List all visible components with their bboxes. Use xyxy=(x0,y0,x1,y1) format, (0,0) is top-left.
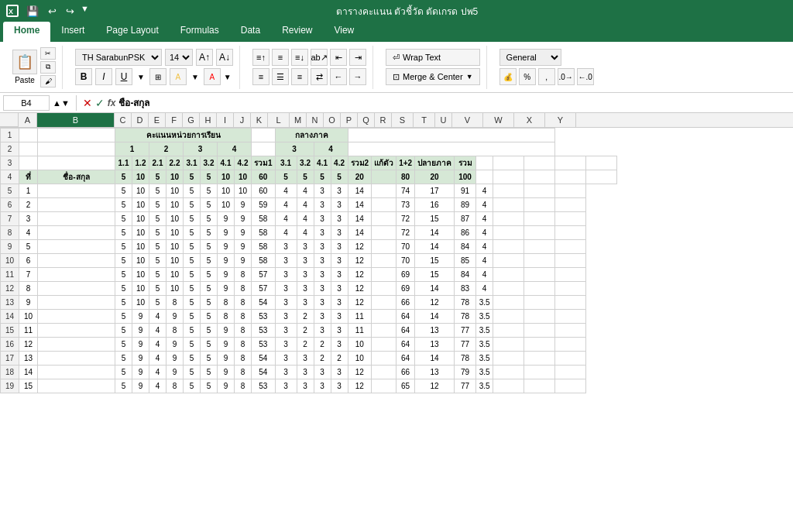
cell-l3[interactable]: 3.1 xyxy=(275,156,297,170)
cell-m3[interactable]: 3.2 xyxy=(297,156,314,170)
font-name-select[interactable]: TH SarabunPSK xyxy=(75,49,162,66)
cell-ref-arrows[interactable]: ▲▼ xyxy=(53,98,70,108)
cell-j4[interactable]: 10 xyxy=(235,170,252,184)
cell-w4[interactable] xyxy=(524,170,555,184)
cell-e3[interactable]: 2.1 xyxy=(149,156,166,170)
copy-button[interactable]: ⧉ xyxy=(40,61,56,74)
cell-r3[interactable]: 1+2 xyxy=(396,156,415,170)
cell-f4[interactable]: 10 xyxy=(166,170,184,184)
cell-c1-header[interactable]: คะแนนหน่วยการเรียน xyxy=(115,129,252,142)
cell-x3[interactable] xyxy=(555,156,586,170)
col-header-v[interactable]: V xyxy=(452,113,483,127)
text-direction-button[interactable]: ⇄ xyxy=(311,68,328,85)
cell-i3[interactable]: 4.1 xyxy=(218,156,235,170)
fx-icon[interactable]: fx xyxy=(108,98,116,108)
cut-button[interactable]: ✂ xyxy=(40,47,56,60)
cell-b1[interactable] xyxy=(38,129,115,142)
cell-p4[interactable]: 20 xyxy=(348,170,372,184)
cell-e4[interactable]: 5 xyxy=(149,170,166,184)
cell-i4[interactable]: 10 xyxy=(218,170,235,184)
col-header-e[interactable]: E xyxy=(149,113,166,127)
cell-v3[interactable] xyxy=(493,156,524,170)
col-header-h[interactable]: H xyxy=(200,113,217,127)
cell-t3[interactable]: รวม xyxy=(455,156,476,170)
tab-view[interactable]: View xyxy=(323,22,365,42)
underline-button[interactable]: U xyxy=(115,68,132,85)
cell-q3[interactable]: แก้ตัว xyxy=(372,156,396,170)
cell-n2[interactable]: 4 xyxy=(314,142,348,156)
cell-p1[interactable] xyxy=(348,129,555,142)
col-header-k[interactable]: K xyxy=(251,113,268,127)
col-header-t[interactable]: T xyxy=(414,113,435,127)
font-size-select[interactable]: 14 xyxy=(165,49,193,66)
cell-b2[interactable] xyxy=(38,142,115,156)
text-angle-button[interactable]: ab↗ xyxy=(311,49,328,66)
cell-c4[interactable]: 5 xyxy=(115,170,132,184)
col-header-x[interactable]: X xyxy=(514,113,545,127)
font-grow-button[interactable]: A↑ xyxy=(196,49,213,66)
undo-button[interactable]: ↩ xyxy=(45,4,60,19)
col-header-n[interactable]: N xyxy=(307,113,324,127)
save-button[interactable]: 💾 xyxy=(23,4,42,19)
redo-button[interactable]: ↪ xyxy=(63,4,77,19)
increase-decimal-button[interactable]: .0→ xyxy=(558,68,575,85)
cell-d3[interactable]: 1.2 xyxy=(132,156,149,170)
col-header-l[interactable]: L xyxy=(268,113,290,127)
grid-container[interactable]: 1 คะแนนหน่วยการเรียน กลางภาค 2 1 2 3 xyxy=(0,128,793,532)
number-format-select[interactable]: General xyxy=(499,49,561,66)
cell-a3[interactable] xyxy=(19,156,38,170)
cell-b4[interactable]: ชื่อ-สกุล xyxy=(38,170,115,184)
merge-center-button[interactable]: ⊡ Merge & Center ▼ xyxy=(386,68,480,85)
font-color-button[interactable]: A xyxy=(204,68,221,85)
col-header-y[interactable]: Y xyxy=(545,113,576,127)
cell-g2[interactable]: 3 xyxy=(184,142,218,156)
cell-a2[interactable] xyxy=(19,142,38,156)
cell-k3[interactable]: รวม1 xyxy=(252,156,276,170)
tab-page-layout[interactable]: Page Layout xyxy=(95,22,169,42)
decrease-indent-button[interactable]: ← xyxy=(330,68,347,85)
cell-a4[interactable]: ที่ xyxy=(19,170,38,184)
cell-a1[interactable] xyxy=(19,129,38,142)
cell-h3[interactable]: 3.2 xyxy=(201,156,218,170)
col-header-r[interactable]: R xyxy=(375,113,392,127)
cell-h4[interactable]: 5 xyxy=(201,170,218,184)
cell-s4[interactable]: 20 xyxy=(415,170,455,184)
align-top-button[interactable]: ≡↑ xyxy=(252,49,269,66)
col-header-w[interactable]: W xyxy=(483,113,514,127)
cell-g4[interactable]: 5 xyxy=(184,170,201,184)
cell-w3[interactable] xyxy=(524,156,555,170)
col-header-j[interactable]: J xyxy=(234,113,251,127)
col-header-u[interactable]: U xyxy=(435,113,452,127)
cell-l4[interactable]: 5 xyxy=(275,170,297,184)
align-left-button[interactable]: ≡ xyxy=(252,68,269,85)
align-middle-button[interactable]: ≡ xyxy=(272,49,289,66)
cell-y4[interactable] xyxy=(586,170,617,184)
comma-button[interactable]: , xyxy=(538,68,555,85)
col-header-a[interactable]: A xyxy=(19,113,37,127)
percent-button[interactable]: % xyxy=(519,68,536,85)
tab-data[interactable]: Data xyxy=(230,22,271,42)
align-bottom-button[interactable]: ≡↓ xyxy=(291,49,308,66)
cell-l2[interactable]: 3 xyxy=(275,142,314,156)
cell-j3[interactable]: 4.2 xyxy=(235,156,252,170)
cell-i2[interactable]: 4 xyxy=(218,142,252,156)
cell-t4[interactable]: 100 xyxy=(455,170,476,184)
cell-k1[interactable] xyxy=(252,129,276,142)
indent-button[interactable]: ⇤ xyxy=(330,49,347,66)
formula-input[interactable] xyxy=(118,98,790,108)
cell-y3[interactable] xyxy=(586,156,617,170)
cell-s3[interactable]: ปลายภาค xyxy=(415,156,455,170)
font-shrink-button[interactable]: A↓ xyxy=(216,49,233,66)
format-painter-button[interactable]: 🖌 xyxy=(40,75,56,88)
cell-x4[interactable] xyxy=(555,170,586,184)
tab-formulas[interactable]: Formulas xyxy=(170,22,230,42)
tab-review[interactable]: Review xyxy=(271,22,323,42)
col-header-b[interactable]: B xyxy=(37,113,115,127)
col-header-i[interactable]: I xyxy=(217,113,234,127)
cell-d4[interactable]: 10 xyxy=(132,170,149,184)
cell-u3[interactable] xyxy=(476,156,493,170)
decrease-decimal-button[interactable]: ←.0 xyxy=(577,68,594,85)
cancel-formula-icon[interactable]: ✕ xyxy=(83,97,92,109)
confirm-formula-icon[interactable]: ✓ xyxy=(95,97,105,109)
cell-q4[interactable] xyxy=(372,170,396,184)
